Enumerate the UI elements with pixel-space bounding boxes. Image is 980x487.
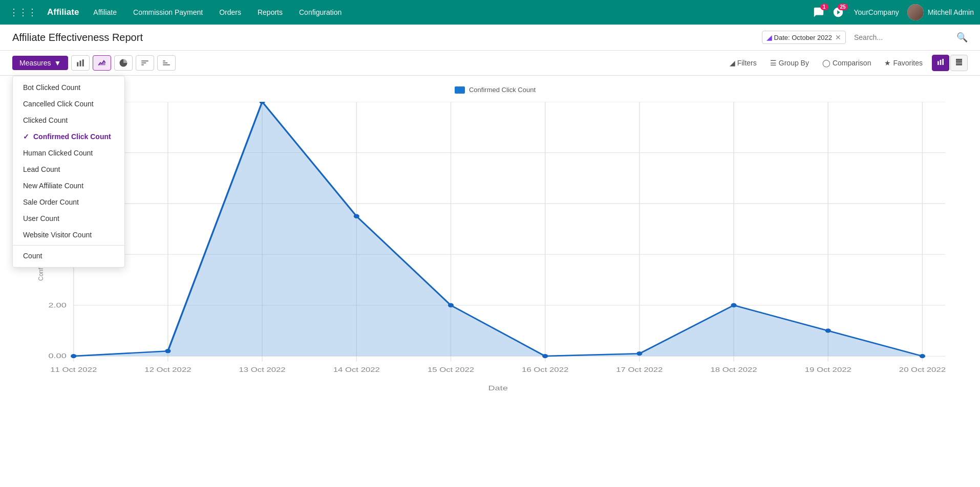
dropdown-item-label: User Count: [23, 214, 59, 223]
groupby-label: Group By: [779, 59, 809, 67]
dropdown-item-label: Human Clicked Count: [23, 149, 93, 157]
search-input[interactable]: [850, 31, 952, 43]
dropdown-item-clicked[interactable]: Clicked Count: [13, 112, 124, 128]
svg-text:16 Oct 2022: 16 Oct 2022: [522, 366, 568, 373]
date-filter-tag[interactable]: ◢ Date: October 2022 ✕: [762, 31, 846, 44]
dropdown-item-label: Cancelled Click Count: [23, 100, 94, 108]
pie-chart-btn[interactable]: [114, 55, 133, 71]
filter-group: ◢ Filters ☰ Group By ◯ Comparison ★ Favo…: [723, 56, 929, 70]
legend-color: [455, 86, 465, 94]
chart-view-btn[interactable]: [932, 55, 949, 71]
svg-point-34: [542, 354, 548, 358]
svg-point-30: [165, 349, 171, 353]
avatar[interactable]: [907, 4, 924, 20]
filters-label: Filters: [737, 59, 757, 67]
svg-text:14 Oct 2022: 14 Oct 2022: [333, 366, 380, 373]
svg-point-36: [731, 303, 736, 307]
svg-text:17 Oct 2022: 17 Oct 2022: [616, 366, 663, 373]
svg-rect-2: [82, 59, 84, 67]
nav-commission[interactable]: Commission Payment: [126, 5, 210, 19]
chart-area: Confirmed Click Count Confirmed Click Co…: [0, 76, 980, 419]
sort-asc-btn[interactable]: [136, 55, 154, 71]
nav-orders[interactable]: Orders: [212, 5, 248, 19]
dropdown-item-bot[interactable]: Bot Clicked Count: [13, 79, 124, 96]
messages-icon-btn[interactable]: 1: [811, 5, 826, 20]
filters-btn[interactable]: ◢ Filters: [723, 56, 763, 70]
nav-configuration[interactable]: Configuration: [292, 5, 349, 19]
dropdown-item-newaffiliate[interactable]: New Affiliate Count: [13, 178, 124, 194]
svg-point-29: [71, 354, 76, 358]
dropdown-item-human[interactable]: Human Clicked Count: [13, 145, 124, 161]
dropdown-item-user[interactable]: User Count: [13, 210, 124, 227]
dropdown-item-lead[interactable]: Lead Count: [13, 161, 124, 178]
favorites-label: Favorites: [893, 59, 923, 67]
topnav: ⋮⋮⋮ Affiliate Affiliate Commission Payme…: [0, 0, 980, 25]
svg-text:18 Oct 2022: 18 Oct 2022: [710, 366, 757, 373]
svg-point-33: [448, 303, 454, 307]
groupby-icon: ☰: [770, 59, 777, 67]
nav-affiliate[interactable]: Affiliate: [86, 5, 124, 19]
activity-icon-btn[interactable]: 25: [830, 5, 846, 20]
dropdown-item-website[interactable]: Website Visitor Count: [13, 227, 124, 243]
comparison-btn[interactable]: ◯ Comparison: [816, 56, 877, 70]
apps-icon[interactable]: ⋮⋮⋮: [6, 4, 40, 21]
dropdown-item-saleorder[interactable]: Sale Order Count: [13, 194, 124, 210]
page-header: Affiliate Effectiveness Report ◢ Date: O…: [0, 25, 980, 51]
svg-point-37: [825, 328, 831, 333]
svg-text:19 Oct 2022: 19 Oct 2022: [805, 366, 851, 373]
chart-svg: 0.00 2.00 4.00 6.00 8.00 10.00: [31, 102, 960, 399]
toolbar: Measures ▼ ◢ Filters ☰ Group By ◯ Compar…: [0, 51, 980, 76]
svg-marker-28: [74, 102, 923, 356]
svg-text:0.00: 0.00: [48, 352, 66, 359]
svg-rect-5: [942, 59, 944, 65]
measures-label: Measures: [19, 59, 51, 67]
area-chart-btn[interactable]: [93, 55, 111, 71]
measures-button[interactable]: Measures ▼: [12, 56, 68, 70]
dropdown-item-label: Website Visitor Count: [23, 231, 92, 239]
comparison-icon: ◯: [822, 59, 830, 67]
filter-close-icon[interactable]: ✕: [835, 33, 841, 41]
dropdown-count-label: Count: [23, 252, 42, 260]
table-view-btn[interactable]: [950, 55, 968, 71]
svg-point-35: [636, 351, 642, 356]
svg-rect-0: [77, 62, 79, 67]
groupby-btn[interactable]: ☰ Group By: [764, 56, 815, 70]
svg-text:2.00: 2.00: [48, 301, 66, 308]
dropdown-item-label: Lead Count: [23, 165, 60, 173]
company-name[interactable]: YourCompany: [850, 8, 903, 16]
favorites-btn[interactable]: ★ Favorites: [878, 56, 929, 70]
dropdown-separator: [13, 245, 124, 246]
measures-dropdown: Bot Clicked Count Cancelled Click Count …: [12, 76, 125, 268]
svg-text:13 Oct 2022: 13 Oct 2022: [239, 366, 286, 373]
search-icon[interactable]: 🔍: [956, 32, 968, 43]
svg-rect-1: [80, 61, 81, 67]
page-title: Affiliate Effectiveness Report: [12, 32, 762, 43]
dropdown-item-count[interactable]: Count: [13, 248, 124, 264]
dropdown-item-confirmed[interactable]: ✓ Confirmed Click Count: [13, 128, 124, 145]
nav-brand[interactable]: Affiliate: [42, 7, 84, 17]
dropdown-item-cancelled[interactable]: Cancelled Click Count: [13, 96, 124, 112]
main-content: Bot Clicked Count Cancelled Click Count …: [0, 76, 980, 419]
dropdown-item-label: Confirmed Click Count: [33, 132, 111, 141]
activity-badge: 25: [838, 4, 847, 10]
svg-text:15 Oct 2022: 15 Oct 2022: [428, 366, 474, 373]
comparison-label: Comparison: [833, 59, 871, 67]
bar-chart-btn[interactable]: [71, 55, 90, 71]
legend-label: Confirmed Click Count: [469, 86, 536, 94]
svg-text:20 Oct 2022: 20 Oct 2022: [899, 366, 946, 373]
dropdown-item-label: Clicked Count: [23, 116, 68, 124]
nav-reports[interactable]: Reports: [250, 5, 290, 19]
svg-text:12 Oct 2022: 12 Oct 2022: [144, 366, 191, 373]
measures-chevron-icon: ▼: [54, 59, 61, 67]
chart-container: Confirmed Click Count: [31, 102, 960, 399]
sort-desc-btn[interactable]: [157, 55, 176, 71]
dropdown-item-label: Bot Clicked Count: [23, 83, 80, 92]
user-name[interactable]: Mitchell Admin: [928, 8, 974, 16]
dropdown-item-label: Sale Order Count: [23, 198, 79, 206]
svg-rect-4: [940, 60, 942, 65]
messages-badge: 1: [820, 4, 828, 10]
filter-tag-text: Date: October 2022: [774, 34, 832, 41]
chart-legend: Confirmed Click Count: [31, 86, 960, 94]
svg-rect-3: [938, 61, 939, 65]
svg-text:11 Oct 2022: 11 Oct 2022: [50, 366, 97, 373]
